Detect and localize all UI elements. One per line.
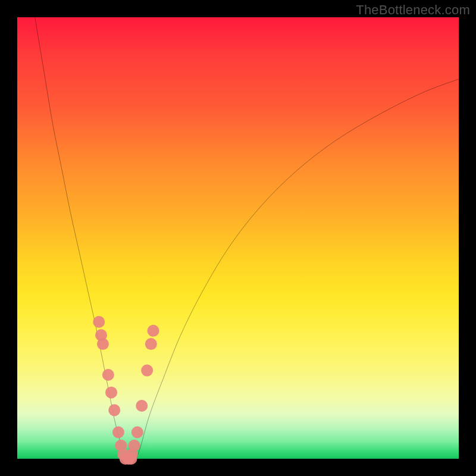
data-marker	[125, 453, 137, 465]
data-marker	[131, 426, 143, 438]
data-marker	[108, 404, 120, 416]
data-marker	[105, 387, 117, 399]
data-marker	[145, 338, 157, 350]
right-curve	[136, 79, 459, 459]
watermark-text: TheBottleneck.com	[356, 2, 470, 18]
chart-frame: TheBottleneck.com	[0, 0, 476, 476]
data-marker	[112, 426, 124, 438]
data-marker	[129, 440, 140, 452]
data-marker	[148, 325, 159, 337]
data-marker	[136, 400, 148, 412]
data-marker	[102, 369, 114, 381]
data-marker	[97, 338, 109, 350]
marker-group	[93, 316, 159, 465]
data-marker	[93, 316, 105, 328]
curve-layer	[17, 17, 459, 459]
plot-area	[17, 17, 459, 459]
data-marker	[141, 365, 153, 377]
